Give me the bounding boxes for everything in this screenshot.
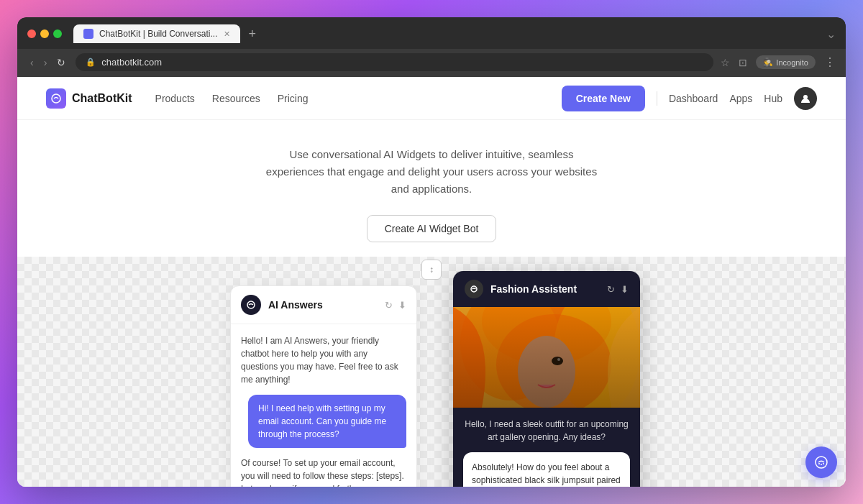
url-text: chatbotkit.com — [101, 57, 162, 68]
create-widget-button[interactable]: Create AI Widget Bot — [367, 215, 497, 242]
window-controls-icon[interactable]: ⌄ — [826, 27, 836, 41]
nav-resources[interactable]: Resources — [212, 93, 260, 104]
nav-dashboard-link[interactable]: Dashboard — [669, 93, 718, 104]
create-widget-label: Create AI Widget Bot — [385, 223, 479, 234]
fashion-user-message: Hello, I need a sleek outfit for an upco… — [463, 418, 630, 444]
address-bar-container: ‹ › ↻ 🔒 chatbotkit.com ☆ ⊡ 🕵 Incognito ⋮ — [17, 49, 846, 77]
nav-right: Create New Dashboard Apps Hub — [562, 86, 817, 111]
fashion-bot-message: Absolutely! How do you feel about a soph… — [463, 452, 630, 487]
user-message-1: Hi! I need help with setting up my email… — [248, 395, 406, 448]
ai-answers-widget: AI Answers ↻ ⬇ Hello! I am AI Answers, y… — [230, 285, 417, 487]
nav-links: Products Resources Pricing — [155, 93, 309, 104]
back-button[interactable]: ‹ — [27, 55, 37, 70]
incognito-icon: 🕵 — [763, 58, 773, 67]
logo-icon — [46, 88, 66, 109]
svg-point-15 — [823, 463, 824, 464]
fashion-image-overlay — [453, 307, 640, 408]
svg-point-13 — [818, 463, 820, 464]
refresh-icon[interactable]: ↻ — [385, 300, 393, 311]
nav-divider — [657, 91, 657, 106]
nav-hub-link[interactable]: Hub — [764, 93, 782, 104]
svg-point-0 — [52, 94, 60, 103]
browser-tabs: ChatBotKit | Build Conversati... ✕ + — [73, 24, 821, 43]
svg-point-12 — [816, 457, 827, 468]
tab-title: ChatBotKit | Build Conversati... — [99, 29, 218, 39]
fashion-messages: Hello, I need a sleek outfit for an upco… — [453, 408, 640, 487]
nav-apps-link[interactable]: Apps — [729, 93, 752, 104]
user-avatar[interactable] — [794, 87, 817, 110]
site-nav: ChatBotKit Products Resources Pricing Cr… — [17, 77, 846, 120]
minimize-button[interactable] — [40, 29, 49, 38]
more-options-button[interactable]: ⋮ — [824, 55, 836, 69]
svg-point-2 — [247, 301, 255, 308]
hero-section: Use conversational AI Widgets to deliver… — [17, 120, 846, 257]
tab-favicon-icon — [83, 29, 93, 39]
nav-buttons: ‹ › ↻ — [27, 55, 68, 70]
reload-button[interactable]: ↻ — [54, 55, 68, 70]
logo[interactable]: ChatBotKit — [46, 88, 132, 109]
browser-actions: ☆ ⊡ 🕵 Incognito ⋮ — [721, 55, 836, 69]
fashion-download-icon[interactable]: ⬇ — [621, 284, 629, 295]
fashion-header: Fashion Assistent ↻ ⬇ — [453, 271, 640, 307]
ai-answers-messages: Hello! I am AI Answers, your friendly ch… — [231, 324, 416, 487]
logo-text: ChatBotKit — [72, 92, 132, 105]
active-tab[interactable]: ChatBotKit | Build Conversati... ✕ — [73, 24, 240, 43]
svg-point-3 — [471, 286, 477, 292]
ai-answers-actions: ↻ ⬇ — [385, 300, 406, 311]
lock-icon: 🔒 — [86, 58, 96, 67]
bot-message-2: Of course! To set up your email account,… — [241, 457, 406, 487]
floating-chat-button[interactable] — [805, 446, 837, 478]
maximize-button[interactable] — [53, 29, 62, 38]
fashion-title: Fashion Assistent — [490, 283, 600, 295]
incognito-label: Incognito — [776, 58, 808, 67]
close-button[interactable] — [27, 29, 36, 38]
ai-answers-header: AI Answers ↻ ⬇ — [231, 286, 416, 324]
fashion-hero-image — [453, 307, 640, 408]
scroll-indicator: ↕ — [421, 260, 442, 280]
forward-button[interactable]: › — [41, 55, 50, 70]
hero-description: Use conversational AI Widgets to deliver… — [259, 146, 604, 198]
url-bar[interactable]: 🔒 chatbotkit.com — [76, 53, 713, 71]
demo-area: ↕ AI Answers ↻ ⬇ — [17, 257, 846, 487]
nav-products[interactable]: Products — [155, 93, 195, 104]
svg-point-14 — [821, 464, 822, 465]
new-tab-button[interactable]: + — [243, 27, 262, 42]
nav-pricing[interactable]: Pricing — [278, 93, 309, 104]
extensions-icon[interactable]: ⊡ — [739, 57, 747, 68]
incognito-badge: 🕵 Incognito — [756, 55, 816, 69]
fashion-refresh-icon[interactable]: ↻ — [607, 284, 615, 295]
fashion-actions: ↻ ⬇ — [607, 284, 629, 295]
traffic-lights — [27, 29, 62, 38]
download-icon[interactable]: ⬇ — [398, 300, 406, 311]
ai-answers-logo-icon — [241, 295, 261, 315]
fashion-widget: Fashion Assistent ↻ ⬇ — [453, 271, 640, 487]
bot-message-1: Hello! I am AI Answers, your friendly ch… — [241, 334, 406, 386]
ai-answers-title: AI Answers — [268, 299, 378, 311]
fashion-logo-icon — [465, 280, 483, 298]
tab-close-icon[interactable]: ✕ — [224, 29, 230, 39]
create-new-button[interactable]: Create New — [562, 86, 645, 111]
star-icon[interactable]: ☆ — [721, 57, 730, 68]
